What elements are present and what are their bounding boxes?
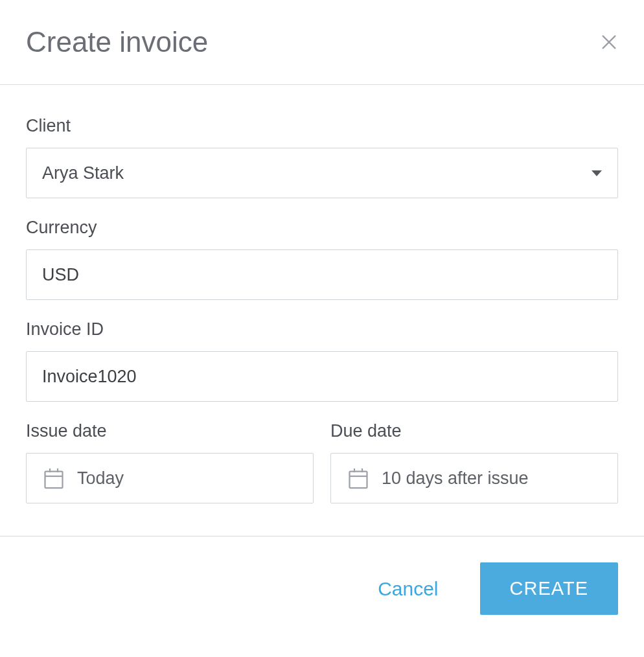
- currency-input[interactable]: USD: [26, 249, 618, 300]
- client-select[interactable]: Arya Stark: [26, 148, 618, 198]
- svg-rect-0: [45, 472, 63, 489]
- close-icon[interactable]: [600, 33, 618, 51]
- issue-date-label: Issue date: [26, 421, 314, 441]
- create-button[interactable]: CREATE: [480, 562, 618, 615]
- create-invoice-dialog: Create invoice Client Arya Stark Currenc…: [0, 0, 644, 657]
- dialog-body: Client Arya Stark Currency USD Invoice I…: [0, 85, 644, 536]
- client-label: Client: [26, 116, 618, 136]
- dialog-title: Create invoice: [26, 26, 208, 58]
- svg-rect-12: [350, 472, 367, 489]
- due-date-picker[interactable]: 10 days after issue: [330, 453, 618, 503]
- dialog-footer: Cancel CREATE: [0, 536, 644, 641]
- issue-date-picker[interactable]: Today: [26, 453, 314, 503]
- invoice-id-label: Invoice ID: [26, 319, 618, 340]
- client-value: Arya Stark: [42, 163, 592, 183]
- currency-value: USD: [42, 265, 79, 285]
- currency-label: Currency: [26, 218, 618, 238]
- chevron-down-icon: [592, 170, 602, 176]
- issue-date-field: Issue date: [26, 421, 314, 503]
- invoice-id-value: Invoice1020: [42, 367, 137, 387]
- invoice-id-field: Invoice ID Invoice1020: [26, 319, 618, 402]
- currency-field: Currency USD: [26, 218, 618, 300]
- due-date-label: Due date: [330, 421, 618, 441]
- client-field: Client Arya Stark: [26, 116, 618, 198]
- date-row: Issue date: [26, 421, 618, 503]
- issue-date-value: Today: [77, 468, 124, 489]
- due-date-field: Due date: [330, 421, 618, 503]
- calendar-icon: [42, 467, 65, 490]
- cancel-button[interactable]: Cancel: [365, 570, 451, 608]
- due-date-value: 10 days after issue: [382, 468, 529, 489]
- calendar-icon: [347, 467, 370, 490]
- dialog-header: Create invoice: [0, 0, 644, 85]
- invoice-id-input[interactable]: Invoice1020: [26, 351, 618, 402]
